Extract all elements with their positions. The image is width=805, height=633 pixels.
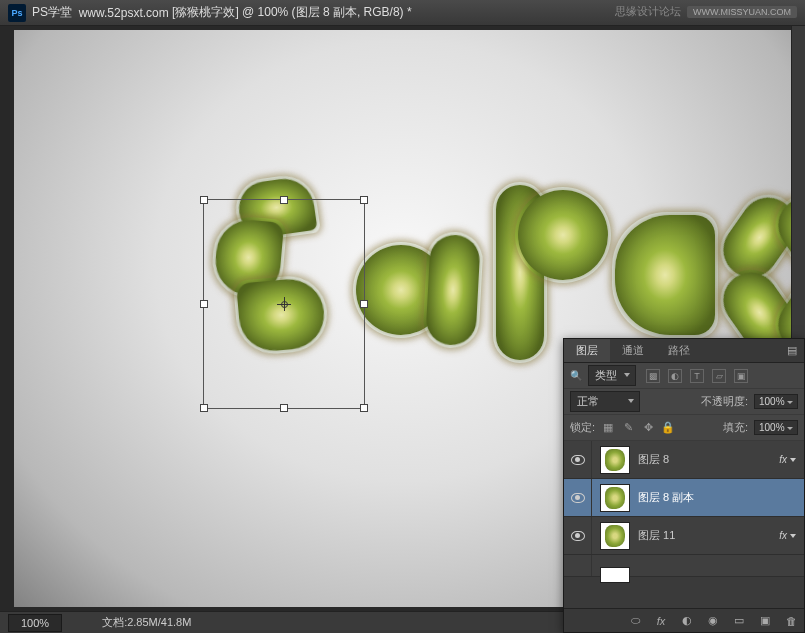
layer-name[interactable]: 图层 8 副本 <box>638 490 804 505</box>
layer-style-icon[interactable]: fx <box>654 614 668 628</box>
watermark: 思缘设计论坛 WWW.MISSYUAN.COM <box>615 4 797 19</box>
lock-label: 锁定: <box>570 420 595 435</box>
transform-handle-bl[interactable] <box>200 404 208 412</box>
lock-transparency-icon[interactable]: ▦ <box>601 421 615 435</box>
search-icon: 🔍 <box>570 370 582 381</box>
doc-info: 文档:2.85M/41.8M <box>102 615 191 630</box>
lock-position-icon[interactable]: ✥ <box>641 421 655 435</box>
layer-row[interactable]: 图层 8 副本 <box>564 479 804 517</box>
eye-icon <box>571 531 585 541</box>
filter-text-icon[interactable]: T <box>690 369 704 383</box>
layer-thumbnail[interactable] <box>600 522 630 550</box>
panel-menu-icon[interactable]: ▤ <box>780 339 804 362</box>
delete-layer-icon[interactable]: 🗑 <box>784 614 798 628</box>
app-icon: Ps <box>8 4 26 22</box>
layer-visibility-toggle[interactable] <box>564 441 592 478</box>
transform-handle-br[interactable] <box>360 404 368 412</box>
titlebar-doc: [猕猴桃字效] @ 100% (图层 8 副本, RGB/8) * <box>172 4 412 21</box>
filter-type-dropdown[interactable]: 类型 <box>588 365 636 386</box>
kiwi-letter-5 <box>204 175 344 375</box>
blend-row: 正常 不透明度: 100% <box>564 389 804 415</box>
layer-thumbnail[interactable] <box>600 484 630 512</box>
tab-paths[interactable]: 路径 <box>656 339 702 362</box>
link-layers-icon[interactable]: ⬭ <box>628 614 642 628</box>
fill-input[interactable]: 100% <box>754 420 798 435</box>
filter-shape-icon[interactable]: ▱ <box>712 369 726 383</box>
opacity-input[interactable]: 100% <box>754 394 798 409</box>
lock-all-icon[interactable]: 🔒 <box>661 421 675 435</box>
filter-row: 🔍 类型 ▩ ◐ T ▱ ▣ <box>564 363 804 389</box>
kiwi-letter-a <box>346 175 486 375</box>
watermark-text: 思缘设计论坛 <box>615 4 681 19</box>
opacity-label: 不透明度: <box>701 394 748 409</box>
titlebar-url: www.52psxt.com <box>79 6 169 20</box>
filter-smart-icon[interactable]: ▣ <box>734 369 748 383</box>
layer-visibility-toggle[interactable] <box>564 479 592 516</box>
zoom-level[interactable]: 100% <box>8 614 62 632</box>
panel-tabs: 图层 通道 路径 ▤ <box>564 339 804 363</box>
layer-row[interactable] <box>564 555 804 577</box>
layer-group-icon[interactable]: ▭ <box>732 614 746 628</box>
layer-visibility-toggle[interactable] <box>564 555 592 576</box>
layer-name[interactable]: 图层 11 <box>638 528 779 543</box>
titlebar-app: PS学堂 <box>32 4 72 21</box>
layer-thumbnail[interactable] <box>600 567 630 583</box>
watermark-badge: WWW.MISSYUAN.COM <box>687 6 797 18</box>
adjustment-layer-icon[interactable]: ◉ <box>706 614 720 628</box>
fill-label: 填充: <box>723 420 748 435</box>
layer-thumbnail[interactable] <box>600 446 630 474</box>
layers-panel: 图层 通道 路径 ▤ 🔍 类型 ▩ ◐ T ▱ ▣ 正常 不透明度: 100% … <box>563 338 805 633</box>
filter-pixel-icon[interactable]: ▩ <box>646 369 660 383</box>
layer-fx-badge[interactable]: fx <box>779 530 796 541</box>
layer-mask-icon[interactable]: ◐ <box>680 614 694 628</box>
tab-channels[interactable]: 通道 <box>610 339 656 362</box>
lock-row: 锁定: ▦ ✎ ✥ 🔒 填充: 100% <box>564 415 804 441</box>
tab-layers[interactable]: 图层 <box>564 339 610 362</box>
layer-row[interactable]: 图层 8 fx <box>564 441 804 479</box>
layer-visibility-toggle[interactable] <box>564 517 592 554</box>
layer-name[interactable]: 图层 8 <box>638 452 779 467</box>
new-layer-icon[interactable]: ▣ <box>758 614 772 628</box>
lock-pixels-icon[interactable]: ✎ <box>621 421 635 435</box>
layer-row[interactable]: 图层 11 fx <box>564 517 804 555</box>
panel-footer: ⬭ fx ◐ ◉ ▭ ▣ 🗑 <box>564 608 804 632</box>
blend-mode-dropdown[interactable]: 正常 <box>570 391 640 412</box>
eye-icon <box>571 493 585 503</box>
layer-list: 图层 8 fx 图层 8 副本 图层 11 fx <box>564 441 804 608</box>
filter-adjust-icon[interactable]: ◐ <box>668 369 682 383</box>
transform-handle-bm[interactable] <box>280 404 288 412</box>
layer-fx-badge[interactable]: fx <box>779 454 796 465</box>
eye-icon <box>571 455 585 465</box>
